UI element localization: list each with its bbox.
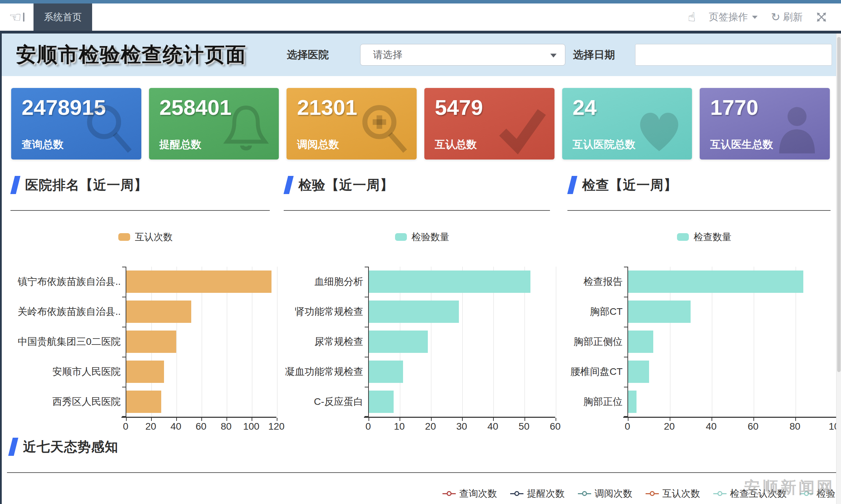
category-label: 腰椎间盘CT [567,357,627,387]
x-axis-tick [277,418,277,421]
line-marker-icon [646,493,659,494]
trend-legend-item-查询次数[interactable]: 查询次数 [442,487,497,500]
legend-swatch-icon [118,233,130,241]
x-axis-labels: 020406080100 [627,417,837,432]
stat-card-label: 提醒总数 [159,138,201,152]
category-label: 肾功能常规检查 [284,297,368,327]
category-label: 尿常规检查 [284,327,368,357]
chart-panel-2: 检验【近一周】检验数量血细胞分析肾功能常规检查尿常规检查凝血功能常规检查C-反应… [280,170,560,436]
bar [126,331,176,353]
hand-bar-icon [23,13,24,22]
trend-section: 近七天态势感知 安顺新闻网 查询次数提醒次数调阅次数互认次数检查互认次数检验 [0,436,841,504]
date-input[interactable] [635,44,832,66]
refresh-button[interactable]: ↻ 刷新 [771,10,803,24]
stat-card-互认医院总数[interactable]: 24互认医院总数 [562,88,692,160]
fullscreen-icon [816,12,827,23]
tab-bar: ☜ 系统首页 ☝ 页签操作 ↻ 刷新 [0,3,841,31]
y-axis-tick [365,357,368,357]
category-label: 安顺市人民医院 [10,357,126,387]
x-axis-tick [556,418,556,421]
category-label: 检查报告 [567,267,627,297]
hospital-select[interactable]: 请选择 [360,44,565,66]
chart-category-labels: 镇宁布依族苗族自治县..关岭布依族苗族自治县..中国贵航集团三0二医院安顺市人民… [10,267,126,417]
x-axis-tick-label: 40 [170,421,181,432]
trend-section-divider [7,472,838,473]
y-axis-tick [365,297,368,297]
category-label: 西秀区人民医院 [10,387,126,417]
stat-cards-row: 2478915查询总数258401提醒总数21301调阅总数5479互认总数24… [11,88,830,160]
stat-card-label: 互认医生总数 [710,138,773,152]
chart-section-title: 检验【近一周】 [298,176,394,194]
scrollbar-thumb[interactable] [837,37,841,372]
x-axis-tick-label: 0 [625,421,630,432]
x-axis-tick-label: 20 [425,421,436,432]
chart-plot [368,267,555,417]
circle-marker-icon [650,491,655,496]
trend-legend-item-调阅次数[interactable]: 调阅次数 [578,487,632,500]
stat-card-互认总数[interactable]: 5479互认总数 [424,88,555,160]
category-label: 胸部CT [567,297,627,327]
y-axis-tick [624,387,627,387]
section-marker-icon [10,176,21,194]
bar [628,301,691,323]
stat-card-value: 1770 [710,95,758,120]
trend-legend-item-互认次数[interactable]: 互认次数 [646,487,700,500]
x-axis-tick-label: 10 [394,421,405,432]
stat-card-查询总数[interactable]: 2478915查询总数 [11,88,141,160]
stat-card-调阅总数[interactable]: 21301调阅总数 [286,88,417,160]
x-axis-tick-label: 80 [221,421,231,432]
legend-swatch-icon [395,233,407,241]
x-axis-tick-label: 60 [195,421,206,432]
x-axis-tick-label: 20 [145,421,156,432]
dashboard-page: ☜ 系统首页 ☝ 页签操作 ↻ 刷新 [0,0,841,504]
legend-label: 互认次数 [135,231,173,243]
x-axis-tick-label: 40 [706,421,716,432]
chart-plot [627,267,837,417]
content-left-edge [0,34,2,504]
tabbar-spacer [92,3,688,31]
stat-card-互认医生总数[interactable]: 1770互认医生总数 [700,88,830,160]
y-axis-tick [624,327,627,327]
stat-card-提醒总数[interactable]: 258401提醒总数 [149,88,279,160]
trend-legend-item-提醒次数[interactable]: 提醒次数 [510,487,565,500]
watermark-text: 安顺新闻网 [744,477,835,498]
y-axis-tick [365,327,368,327]
x-axis-tick-label: 50 [519,421,529,432]
trend-legend-label: 查询次数 [459,487,497,500]
category-label: 血细胞分析 [284,267,368,297]
bar [369,331,428,353]
bar [369,301,459,323]
bar [126,301,191,323]
x-axis-tick-label: 60 [550,421,560,432]
category-label: 凝血功能常规检查 [284,357,368,387]
chart-legend[interactable]: 检验数量 [284,229,560,245]
y-axis-tick [624,297,627,297]
bar [126,270,271,293]
collapse-tabs-button[interactable]: ☜ [0,3,34,31]
fullscreen-button[interactable] [816,12,827,23]
x-axis-labels: 0102030405060 [368,417,555,432]
hospital-filter-label: 选择医院 [287,48,329,62]
category-label: C-反应蛋白 [284,387,368,417]
stat-card-label: 查询总数 [22,138,64,152]
chart-legend[interactable]: 互认次数 [10,229,280,245]
check-icon [494,101,550,157]
tab-system-home[interactable]: 系统首页 [34,3,92,31]
trend-legend-label: 提醒次数 [527,487,565,500]
x-axis-tick-label: 30 [456,421,467,432]
line-marker-icon [713,493,727,494]
chart-legend[interactable]: 检查数量 [567,229,841,245]
tab-operations-dropdown[interactable]: 页签操作 [709,10,758,24]
trend-legend-label: 调阅次数 [595,487,632,500]
bar [126,361,164,383]
pointer-hand-button[interactable]: ☝ [688,10,695,24]
bar [369,391,394,413]
bell-icon [218,101,274,157]
x-axis-tick-label: 0 [365,421,371,432]
category-label: 关岭布依族苗族自治县.. [10,297,126,327]
chart-panel-3: 检查【近一周】检查数量检查报告胸部CT胸部正侧位腰椎间盘CT胸部正位020406… [560,170,841,436]
section-divider [284,210,550,211]
search-icon [81,101,136,157]
bar [369,361,403,383]
tab-label: 系统首页 [44,11,82,23]
